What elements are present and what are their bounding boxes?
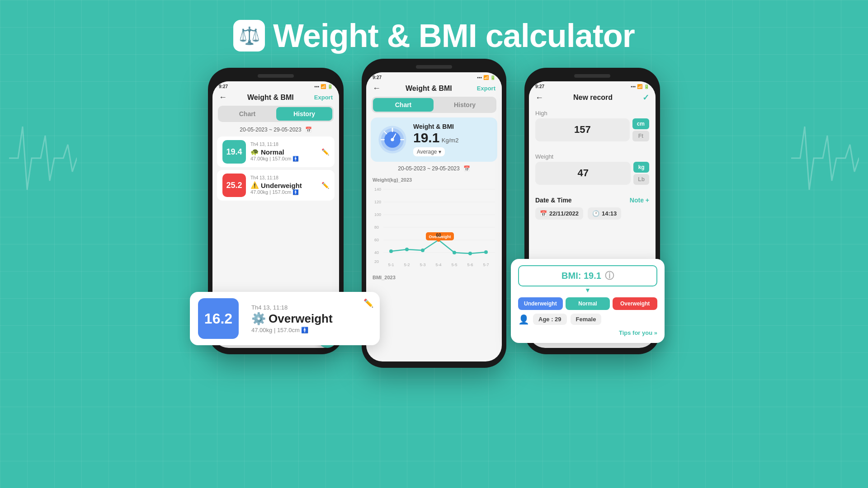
calendar-icon-2[interactable]: 📅 xyxy=(463,165,470,172)
date-range-1: 20-05-2023 ~ 29-05-2023 📅 xyxy=(212,127,339,133)
svg-text:5-5: 5-5 xyxy=(451,263,457,267)
tab-history-2[interactable]: History xyxy=(434,98,495,112)
tips-link[interactable]: Tips for you » xyxy=(619,329,657,336)
weight-input[interactable]: 47 xyxy=(535,162,631,185)
status-time: 9:27 xyxy=(219,84,228,89)
export-btn-1[interactable]: Export xyxy=(314,94,333,101)
battery-icon-3: 🔋 xyxy=(644,84,649,89)
bmi-info: Weight & BMI 19.1 Kg/m2 Average ▾ xyxy=(413,123,458,156)
person-icon: 👤 xyxy=(518,314,529,325)
svg-text:60: 60 xyxy=(436,233,441,238)
scale-normal: Normal xyxy=(566,297,610,310)
status-icons: ▪▪▪ 📶 🔋 xyxy=(314,84,333,89)
phone-3: 9:27 ▪▪▪ 📶 🔋 ← New record ✓ High 157 xyxy=(524,68,660,354)
signal-icon-3: ▪▪▪ xyxy=(631,84,636,89)
edit-icon-2[interactable]: ✏️ xyxy=(321,182,329,189)
scale-overweight: Overweight xyxy=(613,297,657,310)
svg-point-27 xyxy=(453,251,456,254)
high-input[interactable]: 157 xyxy=(535,118,630,141)
svg-point-29 xyxy=(484,250,488,254)
history-info-1: Th4 13, 11:18 🐢 Normal 47.00kg | 157.0cm… xyxy=(250,142,317,162)
back-arrow-icon-3[interactable]: ← xyxy=(535,93,543,103)
float-edit-icon[interactable]: ✏️ xyxy=(363,298,373,308)
status-emoji-1: 🐢 xyxy=(250,148,259,156)
svg-text:5-1: 5-1 xyxy=(388,263,394,267)
bmi-result-value: BMI: 19.1 ⓘ xyxy=(518,265,657,286)
battery-icon: 🔋 xyxy=(327,84,333,89)
float-bmi-value: 16.2 xyxy=(198,298,239,339)
bmi-gauge-icon: BMI xyxy=(376,123,409,156)
svg-text:120: 120 xyxy=(374,200,381,204)
svg-point-24 xyxy=(405,248,409,251)
high-section: High 157 cm Ft xyxy=(529,106,656,150)
calendar-icon-1[interactable]: 📅 xyxy=(305,127,312,133)
weight-label: Weight xyxy=(535,153,649,160)
history-item-2[interactable]: 25.2 Th4 13, 11:18 ⚠️ Underweight 47.00k… xyxy=(217,170,335,201)
gender-badge: Female xyxy=(571,314,602,325)
bmi-arrow: ▼ xyxy=(518,286,657,294)
bmi-badge-2: 25.2 xyxy=(222,174,246,197)
weight-section: Weight 47 kg Lb xyxy=(529,150,656,193)
tab-history-1[interactable]: History xyxy=(276,107,332,121)
datetime-section: Date & Time Note + 📅 22/11/2022 🕐 14:13 xyxy=(529,193,656,223)
status-icons-2: ▪▪▪ 📶 🔋 xyxy=(477,75,495,80)
high-label: High xyxy=(535,110,649,117)
svg-text:80: 80 xyxy=(374,225,379,230)
tab-chart-2[interactable]: Chart xyxy=(373,98,434,112)
weight-chart: 140 120 100 80 60 40 20 xyxy=(370,183,498,273)
svg-text:140: 140 xyxy=(374,187,381,192)
app-title-3: New record xyxy=(573,94,613,102)
float-card-overweight: ✏️ 16.2 Th4 13, 11:18 ⚙️ Overweight 47.0… xyxy=(190,292,380,345)
time-value[interactable]: 🕐 14:13 xyxy=(588,207,621,220)
weight-input-row: 47 kg Lb xyxy=(535,162,649,185)
history-info-2: Th4 13, 11:18 ⚠️ Underweight 47.00kg | 1… xyxy=(250,175,317,195)
high-unit-col: cm Ft xyxy=(632,118,649,141)
export-btn-2[interactable]: Export xyxy=(477,85,495,92)
history-detail-2: 47.00kg | 157.0cm 🚹 xyxy=(250,189,317,195)
svg-text:5-7: 5-7 xyxy=(483,263,489,267)
phone-3-notch xyxy=(574,74,610,78)
svg-text:5-2: 5-2 xyxy=(404,263,410,267)
unit-lb-btn[interactable]: Lb xyxy=(633,174,649,185)
history-status-2: ⚠️ Underweight xyxy=(250,181,317,189)
high-input-row: 157 cm Ft xyxy=(535,118,649,141)
signal-icon-2: ▪▪▪ xyxy=(477,75,482,80)
app-icon: ⚖️ xyxy=(233,20,265,52)
svg-text:60: 60 xyxy=(374,238,379,242)
history-item-1[interactable]: 19.4 Th4 13, 11:18 🐢 Normal 47.00kg | 15… xyxy=(217,136,335,167)
person-info-row: 👤 Age : 29 Female xyxy=(518,314,657,325)
date-value[interactable]: 📅 22/11/2022 xyxy=(535,207,583,220)
date-range-2: 20-05-2023 ~ 29-05-2023 📅 xyxy=(366,165,502,172)
tips-row: Tips for you » xyxy=(518,328,657,337)
float-status: ⚙️ Overweight xyxy=(251,312,333,326)
bmi-chart-card: BMI Weight & BMI 19.1 Kg/m2 Average ▾ xyxy=(371,117,497,162)
phone-3-appheader: ← New record ✓ xyxy=(529,90,656,106)
checkmark-icon[interactable]: ✓ xyxy=(642,93,649,103)
unit-ft-btn[interactable]: Ft xyxy=(632,131,649,141)
scale-underweight: Underweight xyxy=(518,297,563,310)
phone-1-appheader: ← Weight & BMI Export xyxy=(212,90,339,106)
tab-chart-1[interactable]: Chart xyxy=(219,107,275,121)
svg-text:5-4: 5-4 xyxy=(435,263,441,267)
history-date-1: Th4 13, 11:18 xyxy=(250,142,317,147)
dt-values: 📅 22/11/2022 🕐 14:13 xyxy=(535,207,649,220)
info-icon[interactable]: ⓘ xyxy=(605,270,614,282)
bmi-unit: Kg/m2 xyxy=(442,137,459,144)
svg-point-8 xyxy=(391,138,394,141)
datetime-row: Date & Time Note + xyxy=(535,197,649,204)
note-btn[interactable]: Note + xyxy=(630,197,649,204)
float-detail: 47.00kg | 157.0cm 🚹 xyxy=(251,327,333,333)
phone-1: 9:27 ▪▪▪ 📶 🔋 ← Weight & BMI Export Chart… xyxy=(208,68,344,354)
phone-3-statusbar: 9:27 ▪▪▪ 📶 🔋 xyxy=(529,81,656,90)
svg-text:5-6: 5-6 xyxy=(467,263,473,267)
avg-badge: Average ▾ xyxy=(413,147,445,156)
phone-2: 9:27 ▪▪▪ 📶 🔋 ← Weight & BMI Export Chart… xyxy=(362,59,506,368)
unit-kg-btn[interactable]: kg xyxy=(633,162,649,173)
phone-1-notch xyxy=(258,74,294,78)
back-arrow-icon-2[interactable]: ← xyxy=(373,84,381,93)
edit-icon-1[interactable]: ✏️ xyxy=(321,148,329,155)
unit-cm-btn[interactable]: cm xyxy=(632,118,649,129)
page-title: Weight & BMI calculator xyxy=(273,17,635,54)
chevron-down-icon: ▾ xyxy=(439,149,441,155)
back-arrow-icon[interactable]: ← xyxy=(219,93,227,102)
